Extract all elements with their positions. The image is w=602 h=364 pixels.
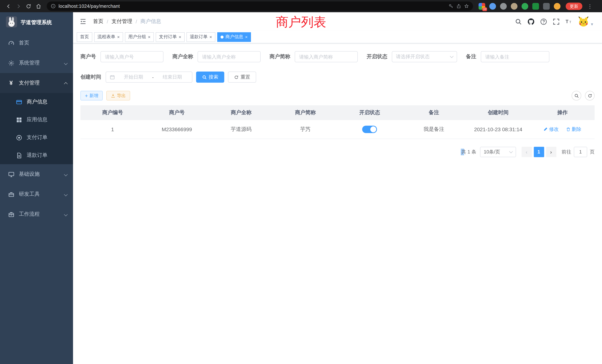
filter-row-1: 商户号 商户全称 商户简称 开启状态 请选择开启状态: [80, 51, 595, 62]
merchant-no-input[interactable]: [100, 51, 163, 62]
bank-card-icon: [16, 99, 22, 105]
sidebar-item-label: 首页: [19, 40, 29, 46]
tab-payment-order[interactable]: 支付订单 ×: [156, 32, 185, 42]
header-search-icon[interactable]: [515, 18, 522, 25]
tab-merchant-info[interactable]: 商户信息 ×: [217, 32, 251, 42]
filter-row-2: 创建时间 开始日期 - 结束日期 搜索: [80, 72, 595, 83]
add-button[interactable]: + 新增: [80, 91, 103, 100]
close-icon[interactable]: ×: [148, 35, 150, 39]
share-icon[interactable]: [456, 4, 461, 9]
pencil-icon: [544, 127, 548, 132]
svg-text:T: T: [569, 20, 571, 23]
toggle-knob: [370, 126, 376, 132]
cell-short-name: 芋艿: [273, 120, 337, 139]
sidebar-item-payment-management[interactable]: ¥ 支付管理: [0, 73, 73, 93]
remark-input[interactable]: [481, 51, 549, 62]
page-size-value: 10条/页: [484, 149, 500, 155]
refresh-table-button[interactable]: [585, 91, 595, 100]
extension-icon-green-square[interactable]: [532, 3, 539, 10]
export-button-label: 导出: [117, 93, 126, 99]
short-name-label: 商户简称: [269, 53, 290, 60]
status-select[interactable]: 请选择开启状态: [392, 51, 457, 62]
screenshot-stage: localhost:1024/pay/merchant 10 更新 ⋮: [0, 0, 602, 364]
close-icon[interactable]: ×: [209, 35, 212, 39]
browser-update-button[interactable]: 更新: [566, 2, 582, 10]
tab-home[interactable]: 首页: [77, 32, 92, 42]
sidebar-item-dev-tools[interactable]: 研发工具: [0, 184, 73, 204]
sidebar-item-app-info[interactable]: 应用信息: [0, 111, 73, 129]
edit-button[interactable]: 修改: [544, 126, 559, 133]
extension-icon-green-circle[interactable]: [522, 3, 528, 10]
export-button[interactable]: 导出: [106, 91, 130, 100]
sidebar-item-system-management[interactable]: 系统管理: [0, 53, 73, 73]
tab-label: 商户信息: [225, 34, 243, 40]
prev-page-button[interactable]: ‹: [521, 147, 532, 157]
cell-status: [337, 120, 402, 139]
tab-process-form[interactable]: 流程表单 ×: [94, 32, 123, 42]
search-button[interactable]: 搜索: [196, 72, 224, 83]
delete-button[interactable]: 删除: [566, 126, 581, 133]
chevron-down-icon: [450, 54, 453, 58]
sidebar-item-workflow[interactable]: 工作流程: [0, 204, 73, 224]
extension-icon-gray[interactable]: [500, 3, 507, 10]
extension-icon-dark[interactable]: [543, 3, 550, 10]
logo-image: [6, 16, 17, 29]
password-key-icon[interactable]: [449, 4, 453, 9]
short-name-input[interactable]: [295, 51, 358, 62]
sidebar-item-merchant-info[interactable]: 商户信息: [0, 93, 73, 111]
col-create-time: 创建时间: [466, 105, 530, 120]
page-1-button[interactable]: 1: [534, 147, 544, 157]
font-size-icon[interactable]: TT: [565, 18, 572, 25]
site-info-icon[interactable]: [51, 4, 56, 9]
help-icon[interactable]: [540, 18, 547, 25]
chevron-down-icon: [64, 172, 68, 176]
sidebar-item-home[interactable]: 首页: [0, 33, 73, 53]
sidebar-item-label: 支付管理: [19, 80, 40, 86]
create-time-range-picker[interactable]: 开始日期 - 结束日期: [106, 72, 192, 83]
close-icon[interactable]: ×: [245, 35, 248, 39]
next-page-button[interactable]: ›: [546, 147, 556, 157]
download-icon: [111, 93, 115, 98]
bookmark-star-icon[interactable]: [464, 4, 469, 9]
cell-merchant-no: M233666999: [145, 120, 209, 139]
app-logo[interactable]: 芋道管理系统: [0, 12, 73, 33]
browser-profile-avatar[interactable]: [554, 3, 560, 10]
extension-icon-tan[interactable]: [511, 3, 517, 10]
edit-button-label: 修改: [549, 126, 559, 133]
breadcrumb-home[interactable]: 首页: [93, 18, 103, 25]
close-icon[interactable]: ×: [179, 35, 181, 39]
goto-page-input[interactable]: [574, 147, 587, 157]
toggle-search-button[interactable]: [572, 91, 581, 100]
col-full-name: 商户全称: [209, 105, 273, 120]
add-button-label: 新增: [89, 93, 98, 99]
merchant-no-label: 商户号: [80, 53, 96, 60]
browser-reload-icon[interactable]: [24, 1, 33, 11]
sidebar-item-refund-order[interactable]: 退款订单: [0, 146, 73, 164]
browser-menu-kebab-icon[interactable]: ⋮: [585, 1, 595, 11]
tab-user-group[interactable]: 用户分组 ×: [125, 32, 154, 42]
user-avatar[interactable]: ▼: [578, 16, 594, 27]
refresh-icon: [234, 75, 239, 79]
breadcrumb-payment[interactable]: 支付管理: [112, 18, 132, 25]
github-icon[interactable]: [527, 18, 535, 25]
address-bar[interactable]: localhost:1024/pay/merchant: [47, 1, 473, 11]
sidebar-item-infrastructure[interactable]: 基础设施: [0, 164, 73, 184]
extension-icon-colorful[interactable]: 10: [479, 3, 485, 10]
browser-forward-icon[interactable]: [14, 1, 23, 11]
reset-button[interactable]: 重置: [228, 72, 256, 83]
hamburger-icon[interactable]: [79, 18, 87, 25]
status-toggle[interactable]: [362, 126, 377, 133]
col-status: 开启状态: [337, 105, 402, 120]
browser-back-icon[interactable]: [4, 1, 13, 11]
page-size-select[interactable]: 10条/页: [480, 147, 516, 157]
close-icon[interactable]: ×: [117, 35, 120, 39]
tab-label: 首页: [80, 34, 89, 40]
sidebar-item-payment-order[interactable]: 支付订单: [0, 129, 73, 146]
fullscreen-icon[interactable]: [553, 18, 560, 25]
browser-home-icon[interactable]: [34, 1, 43, 11]
full-name-input[interactable]: [198, 51, 261, 62]
tab-refund-order[interactable]: 退款订单 ×: [186, 32, 215, 42]
goto-unit: 页: [590, 149, 595, 155]
extension-icon-blue[interactable]: [489, 3, 496, 10]
app-shell: 芋道管理系统 首页 系统管理 ¥: [0, 12, 602, 364]
